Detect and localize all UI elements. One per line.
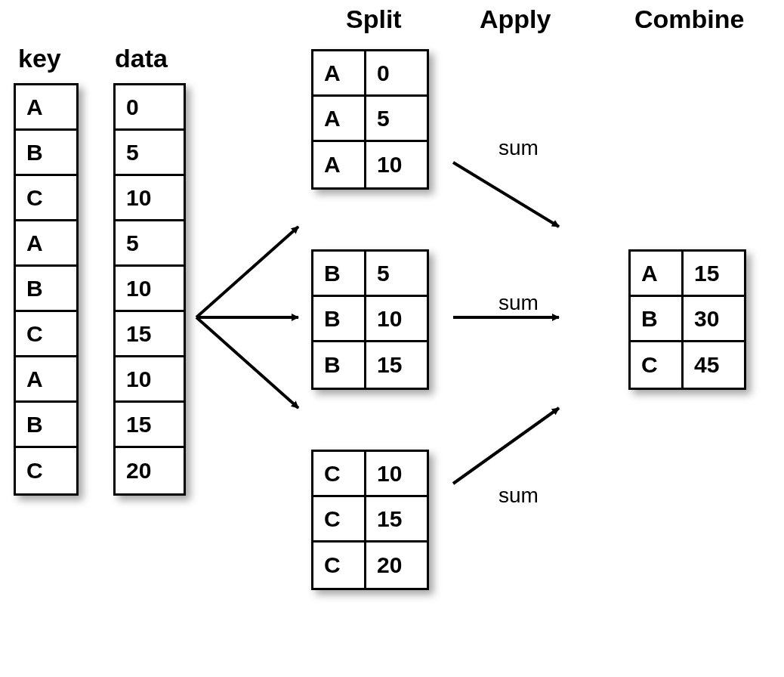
split-group-key-cell: B (313, 342, 366, 388)
source-key-cell: A (16, 85, 76, 131)
split-group-a: A0A5A10 (311, 49, 429, 190)
split-group-key-cell: B (313, 252, 366, 297)
split-group-value-cell: 0 (366, 51, 427, 97)
split-group-key-cell: C (313, 543, 366, 588)
source-key-cell: C (16, 312, 76, 357)
split-group-value-cell: 15 (366, 497, 427, 543)
combine-value-cell: 45 (684, 342, 744, 388)
source-data-cell: 15 (116, 312, 184, 357)
source-key-cell: A (16, 221, 76, 267)
source-data-cell: 10 (116, 176, 184, 221)
apply-label-c: sum (498, 484, 539, 508)
heading-combine: Combine (634, 5, 744, 34)
split-group-key-cell: A (313, 142, 366, 187)
split-group-b: B5B10B15 (311, 249, 429, 390)
diagram-stage: key data Split Apply Combine ABCABCABC 0… (0, 0, 784, 677)
source-data-cell: 20 (116, 448, 184, 493)
source-key-cell: B (16, 131, 76, 176)
source-key-cell: B (16, 267, 76, 312)
source-data-cell: 5 (116, 221, 184, 267)
arrow-apply-a (453, 162, 559, 227)
source-data-cell: 10 (116, 357, 184, 403)
combine-key-cell: C (631, 342, 684, 388)
source-data-cell: 0 (116, 85, 184, 131)
split-group-key-cell: B (313, 297, 366, 342)
split-group-value-cell: 5 (366, 97, 427, 142)
combine-key-cell: A (631, 252, 684, 297)
arrow-split-to-c (196, 317, 298, 408)
apply-label-a: sum (498, 136, 539, 160)
split-group-key-cell: A (313, 51, 366, 97)
split-group-value-cell: 10 (366, 297, 427, 342)
split-group-value-cell: 15 (366, 342, 427, 388)
heading-data: data (115, 44, 168, 73)
source-key-cell: C (16, 448, 76, 493)
source-key-cell: A (16, 357, 76, 403)
source-key-cell: B (16, 403, 76, 448)
heading-key: key (18, 44, 61, 73)
split-group-key-cell: A (313, 97, 366, 142)
apply-label-b: sum (498, 291, 539, 315)
combine-key-cell: B (631, 297, 684, 342)
split-group-value-cell: 20 (366, 543, 427, 588)
source-key-cell: C (16, 176, 76, 221)
source-data-column: 051051015101520 (113, 83, 186, 496)
combine-value-cell: 15 (684, 252, 744, 297)
arrow-apply-c (453, 408, 559, 484)
combine-result-table: A15B30C45 (628, 249, 746, 390)
source-key-column: ABCABCABC (14, 83, 79, 496)
arrow-split-to-a (196, 227, 298, 317)
split-group-key-cell: C (313, 497, 366, 543)
split-group-key-cell: C (313, 452, 366, 497)
split-group-value-cell: 10 (366, 142, 427, 187)
source-data-cell: 10 (116, 267, 184, 312)
combine-value-cell: 30 (684, 297, 744, 342)
split-group-value-cell: 10 (366, 452, 427, 497)
heading-apply: Apply (480, 5, 551, 34)
heading-split: Split (346, 5, 402, 34)
split-group-value-cell: 5 (366, 252, 427, 297)
source-data-cell: 15 (116, 403, 184, 448)
source-data-cell: 5 (116, 131, 184, 176)
split-group-c: C10C15C20 (311, 450, 429, 590)
